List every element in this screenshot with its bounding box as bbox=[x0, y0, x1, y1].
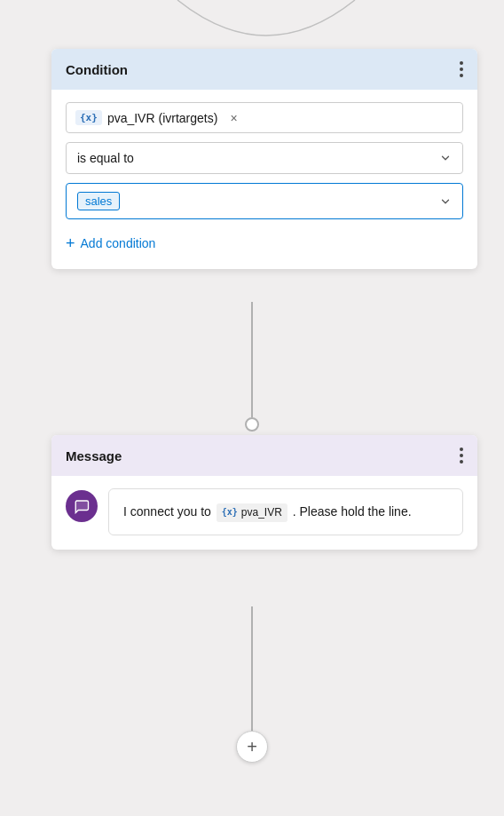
message-body: I connect you to {x}pva_IVR . Please hol… bbox=[51, 476, 477, 550]
message-bubble: I connect you to {x}pva_IVR . Please hol… bbox=[108, 488, 463, 535]
add-condition-label: Add condition bbox=[81, 236, 156, 250]
message-text-after: . Please hold the line. bbox=[289, 504, 412, 519]
message-card-title: Message bbox=[66, 448, 122, 463]
condition-card-header: Condition bbox=[51, 49, 477, 90]
connector-line-bottom bbox=[251, 606, 253, 731]
message-card-header: Message bbox=[51, 435, 477, 476]
condition-card-body: {x} pva_IVR (ivrtargets) × is equal to s… bbox=[51, 90, 477, 269]
message-inline-variable: {x}pva_IVR bbox=[217, 503, 287, 522]
add-condition-button[interactable]: + Add condition bbox=[66, 232, 463, 255]
inline-var-icon: {x} bbox=[222, 505, 238, 519]
value-dropdown[interactable]: sales bbox=[66, 183, 463, 219]
operator-dropdown[interactable]: is equal to bbox=[66, 142, 463, 174]
connector-line-top bbox=[251, 302, 253, 417]
chat-icon bbox=[74, 498, 90, 514]
message-card-menu[interactable] bbox=[460, 448, 463, 463]
condition-card-title: Condition bbox=[66, 62, 128, 77]
message-text-before: I connect you to bbox=[123, 504, 215, 519]
variable-close-icon[interactable]: × bbox=[230, 112, 237, 124]
value-chip: sales bbox=[77, 192, 120, 210]
operator-chevron-icon bbox=[439, 152, 452, 164]
inline-var-name: pva_IVR bbox=[241, 504, 282, 521]
condition-card: Condition {x} pva_IVR (ivrtargets) × bbox=[51, 49, 477, 269]
variable-row[interactable]: {x} pva_IVR (ivrtargets) × bbox=[66, 102, 463, 133]
add-node-plus-icon: + bbox=[247, 737, 257, 757]
variable-name: pva_IVR (ivrtargets) bbox=[107, 111, 218, 125]
variable-icon: {x} bbox=[75, 110, 102, 125]
add-condition-plus-icon: + bbox=[66, 235, 75, 251]
condition-card-menu[interactable] bbox=[460, 61, 463, 77]
add-node-button[interactable]: + bbox=[236, 731, 268, 763]
variable-chip: {x} pva_IVR (ivrtargets) × bbox=[75, 110, 238, 125]
connector-top bbox=[245, 302, 259, 432]
message-card: Message I connect you to {x}pva_IVR . Pl… bbox=[51, 435, 477, 550]
value-chevron-icon bbox=[439, 195, 452, 208]
connector-circle bbox=[245, 417, 259, 432]
message-avatar bbox=[66, 490, 98, 522]
operator-label: is equal to bbox=[77, 151, 134, 165]
connector-bottom bbox=[251, 606, 253, 731]
